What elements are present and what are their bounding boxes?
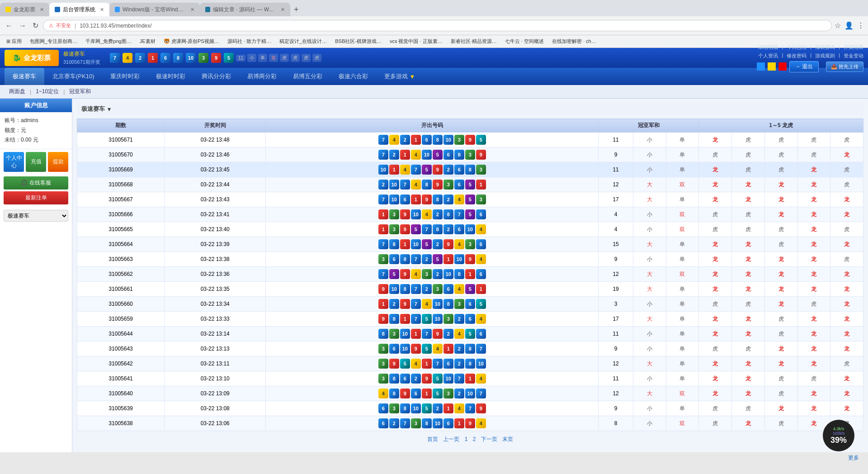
sum-cell: 9 bbox=[599, 341, 633, 356]
recharge-btn[interactable]: 充值 bbox=[26, 152, 46, 172]
longhu-cell: 龙 bbox=[732, 267, 765, 282]
personal-center-btn[interactable]: 个人中心 bbox=[4, 152, 24, 172]
th-guanya: 冠亚军和 bbox=[599, 119, 699, 133]
tab-4[interactable]: 编辑文章 · 源码社 — WordPres… ✕ bbox=[200, 3, 290, 16]
page-2[interactable]: 2 bbox=[473, 436, 476, 442]
link-today[interactable]: 今天已结 bbox=[787, 44, 807, 51]
time-cell: 03-22 13:08 bbox=[165, 401, 266, 416]
bookmark-apps[interactable]: ⊞ 应用 bbox=[4, 37, 24, 46]
longhu-cell: 龙 bbox=[797, 341, 830, 356]
balls-cell: 78110529436 bbox=[266, 237, 599, 252]
size-cell: 小 bbox=[633, 147, 666, 162]
tab-close-1[interactable]: ✕ bbox=[40, 7, 44, 13]
ball-cell: 6 bbox=[422, 135, 432, 145]
address-box[interactable]: ⚠ 不安全 | 103.121.93.45/member/index/ bbox=[43, 20, 832, 31]
nav-tab-tencent[interactable]: 腾讯分分彩 bbox=[193, 68, 239, 85]
sub-nav-position[interactable]: 1~10定位 bbox=[36, 88, 59, 95]
color-yellow-btn[interactable] bbox=[768, 62, 776, 71]
ball-cell: 1 bbox=[422, 359, 432, 369]
back-button[interactable]: ← bbox=[4, 20, 14, 32]
online-service-btn[interactable]: 🎧 在线客服 bbox=[4, 176, 68, 190]
tab-1[interactable]: 金龙彩票 ✕ bbox=[0, 3, 49, 16]
bookmark-9[interactable]: 新睿社区·精品资源… bbox=[448, 37, 500, 46]
link-results[interactable]: 开奖结果 bbox=[844, 44, 863, 51]
link-unsettled[interactable]: 未结明细 bbox=[758, 44, 778, 51]
color-red-btn[interactable] bbox=[778, 62, 787, 71]
link-password[interactable]: 修改密码 bbox=[787, 52, 807, 59]
odd-cell: 单 bbox=[666, 401, 699, 416]
download-speed: 102k/s bbox=[833, 431, 845, 436]
new-tab-button[interactable]: + bbox=[294, 5, 299, 14]
longhu-cell: 龙 bbox=[830, 237, 863, 252]
latest-order-btn[interactable]: 最新注单 bbox=[4, 191, 68, 204]
bookmark-2[interactable]: 千库网_免费png图… bbox=[83, 37, 134, 46]
menu-icon[interactable]: ⋮ bbox=[857, 21, 864, 30]
longhu-cell: 虎 bbox=[830, 252, 863, 267]
ball-cell: 8 bbox=[378, 329, 388, 339]
page-next[interactable]: 下一页 bbox=[481, 436, 497, 442]
more-link[interactable]: 更多 bbox=[0, 452, 868, 464]
tab-2[interactable]: 后台管理系统 ✕ bbox=[49, 3, 109, 16]
bookmark-8[interactable]: vcs 视觉中国 · 正版素… bbox=[387, 37, 445, 46]
sub-nav-sep1: | bbox=[30, 89, 31, 95]
bookmark-5[interactable]: 源码社 · 致力于精… bbox=[225, 37, 274, 46]
page-first[interactable]: 首页 bbox=[427, 436, 438, 442]
ball-cell: 4 bbox=[433, 344, 443, 354]
link-report[interactable]: 报表查询 bbox=[815, 44, 835, 51]
nav-tab-speed-race[interactable]: 极速赛车 bbox=[5, 68, 44, 85]
profile-icon[interactable]: 👤 bbox=[844, 21, 854, 30]
forward-button[interactable]: → bbox=[17, 20, 28, 32]
bookmark-6[interactable]: 稿定设计_在线设计… bbox=[277, 37, 330, 46]
balls-cell: 13910428756 bbox=[266, 207, 599, 222]
bookmark-7[interactable]: BSB社区-棋牌游戏… bbox=[332, 37, 384, 46]
nav-tab-beijing[interactable]: 北京赛车(PK10) bbox=[44, 68, 102, 85]
ball-cell: 2 bbox=[443, 165, 453, 175]
link-funds[interactable]: 资金变动 bbox=[844, 52, 863, 59]
account-info-btn[interactable]: 账户信息 bbox=[0, 99, 72, 112]
color-blue-btn[interactable] bbox=[757, 62, 765, 71]
ball-cell: 3 bbox=[476, 165, 486, 175]
ball-cell: 3 bbox=[454, 299, 464, 309]
tab-close-2[interactable]: ✕ bbox=[100, 7, 104, 13]
size-cell: 小 bbox=[633, 416, 666, 431]
nav-tab-speed-color[interactable]: 极速时时彩 bbox=[148, 68, 193, 85]
odd-cell: 双 bbox=[666, 207, 699, 222]
ball-cell: 2 bbox=[443, 194, 453, 204]
page-prev[interactable]: 上一页 bbox=[443, 436, 459, 442]
bookmark-10[interactable]: 七牛云 · 空间概述 bbox=[502, 37, 547, 46]
longhu-cell: 龙 bbox=[699, 192, 732, 207]
ball-cell: 9 bbox=[400, 224, 410, 234]
reload-button[interactable]: ↻ bbox=[31, 19, 40, 32]
logout-button[interactable]: → 退出 bbox=[789, 61, 819, 72]
bookmark-4[interactable]: 🐯 虎课网-原创PS视频… bbox=[161, 37, 222, 46]
nav-tab-more[interactable]: 更多游戏 ▼ bbox=[376, 68, 423, 85]
sub-nav-liangmian[interactable]: 两面盘 bbox=[9, 88, 25, 95]
ball-cell: 2 bbox=[433, 239, 443, 249]
bookmark-1[interactable]: 包图网_专注原创商… bbox=[27, 37, 80, 46]
odd-cell: 单 bbox=[666, 312, 699, 327]
site-header: 🐉 金龙彩票 极速赛车 31005671期开奖 7 4 2 1 6 8 10 3… bbox=[0, 48, 868, 85]
page-1[interactable]: 1 bbox=[465, 436, 468, 442]
bookmark-11[interactable]: 在线加密解密 · ch… bbox=[549, 37, 599, 46]
speed-indicator: 4.3k/s 102k/s 39% bbox=[823, 420, 854, 451]
tab-close-3[interactable]: ✕ bbox=[190, 7, 194, 13]
tab-close-4[interactable]: ✕ bbox=[281, 7, 285, 13]
game-select[interactable]: 极速赛车 北京赛车 重庆时时彩 bbox=[4, 210, 68, 222]
page-last[interactable]: 末页 bbox=[502, 436, 513, 442]
bookmark-3[interactable]: JE素材 bbox=[137, 37, 158, 46]
tab-3[interactable]: Windows版 - 宝塔Windows面… ✕ bbox=[109, 3, 200, 16]
balls-cell: 63810521479 bbox=[266, 401, 599, 416]
link-profile[interactable]: 个人资讯 bbox=[758, 52, 778, 59]
upload-button[interactable]: 📤 抢先上传 bbox=[826, 62, 863, 72]
nav-tab-chongqing[interactable]: 重庆时时彩 bbox=[102, 68, 148, 85]
sub-nav-guanya[interactable]: 冠亚军和 bbox=[69, 88, 91, 95]
link-rules[interactable]: 游戏规则 bbox=[815, 52, 835, 59]
longhu-cell: 虎 bbox=[797, 371, 830, 386]
balance-row: 额度：元 bbox=[5, 126, 67, 136]
nav-tab-yi5[interactable]: 易博五分彩 bbox=[285, 68, 330, 85]
ball-10: 5 bbox=[224, 53, 234, 63]
nav-tab-liuhe[interactable]: 极速六合彩 bbox=[330, 68, 376, 85]
withdraw-btn[interactable]: 提款 bbox=[48, 152, 68, 172]
nav-tab-yi2[interactable]: 易博两分彩 bbox=[239, 68, 285, 85]
bookmark-icon[interactable]: ☆ bbox=[835, 21, 841, 30]
